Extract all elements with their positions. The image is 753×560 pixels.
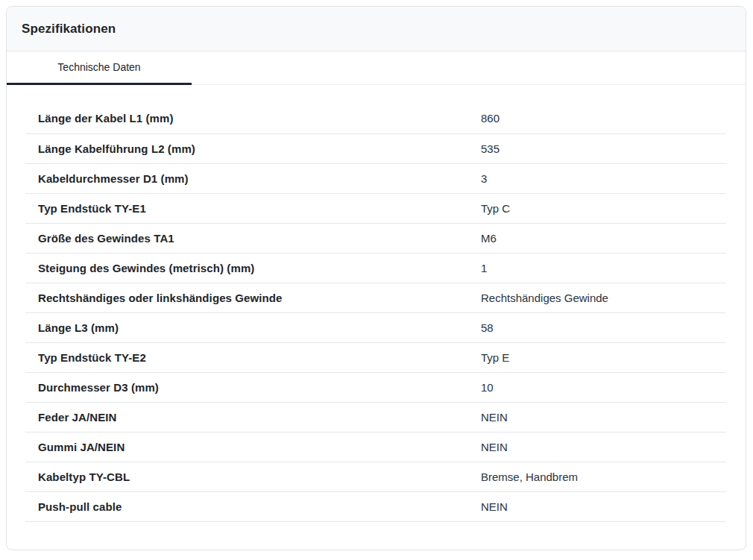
table-row: Rechtshändiges oder linkshändiges Gewind… [25,283,726,312]
table-row: Durchmesser D3 (mm) 10 [25,372,726,402]
tab-technische-daten[interactable]: Technische Daten [7,51,192,85]
table-row: Kabeltyp TY-CBL Bremse, Handbrem [25,462,726,491]
table-row: Typ Endstück TY-E1 Typ C [25,193,726,223]
table-row: Steigung des Gewindes (metrisch) (mm) 1 [25,253,726,283]
table-row: Kabeldurchmesser D1 (mm) 3 [25,163,726,193]
table-row: Typ Endstück TY-E2 Typ E [25,342,726,372]
spec-label: Feder JA/NEIN [25,402,481,432]
spec-label: Rechtshändiges oder linkshändiges Gewind… [25,283,481,312]
spec-label: Länge L3 (mm) [25,312,481,342]
table-row: Länge Kabelführung L2 (mm) 535 [25,133,726,163]
spec-value: 10 [481,372,726,402]
spec-value: M6 [481,223,726,253]
table-row: Größe des Gewindes TA1 M6 [25,223,726,253]
spec-label: Typ Endstück TY-E1 [25,193,481,223]
spec-table: Länge der Kabel L1 (mm) 860 Länge Kabelf… [25,104,726,522]
spec-value: NEIN [481,491,726,521]
card-body: Länge der Kabel L1 (mm) 860 Länge Kabelf… [7,85,746,522]
spec-label: Durchmesser D3 (mm) [25,372,481,402]
spec-value: 860 [481,104,726,133]
spec-label: Kabeldurchmesser D1 (mm) [25,163,481,193]
spec-value: Bremse, Handbrem [481,462,726,491]
spec-label: Länge Kabelführung L2 (mm) [25,133,481,163]
spec-value: Rechtshändiges Gewinde [481,283,726,312]
spec-value: NEIN [481,432,726,462]
page-title: Spezifikationen [22,22,116,37]
table-row: Länge L3 (mm) 58 [25,312,726,342]
spec-value: 58 [481,312,726,342]
spec-value: Typ C [481,193,726,223]
spec-value: 535 [481,133,726,163]
spec-value: NEIN [481,402,726,432]
spec-label: Länge der Kabel L1 (mm) [25,104,481,133]
table-row: Gummi JA/NEIN NEIN [25,432,726,462]
spec-table-body: Länge der Kabel L1 (mm) 860 Länge Kabelf… [25,104,726,521]
spec-label: Steigung des Gewindes (metrisch) (mm) [25,253,481,283]
spec-label: Gummi JA/NEIN [25,432,481,462]
spec-label: Typ Endstück TY-E2 [25,342,481,372]
spec-value: Typ E [481,342,726,372]
spec-label: Kabeltyp TY-CBL [25,462,481,491]
spec-label: Push-pull cable [25,491,481,521]
specifications-card: Spezifikationen Technische Daten Länge d… [6,6,746,550]
spec-label: Größe des Gewindes TA1 [25,223,481,253]
spec-value: 3 [481,163,726,193]
tab-bar: Technische Daten [7,51,746,85]
table-row: Länge der Kabel L1 (mm) 860 [25,104,726,133]
spec-value: 1 [481,253,726,283]
card-header: Spezifikationen [7,7,746,51]
table-row: Feder JA/NEIN NEIN [25,402,726,432]
table-row: Push-pull cable NEIN [25,491,726,521]
